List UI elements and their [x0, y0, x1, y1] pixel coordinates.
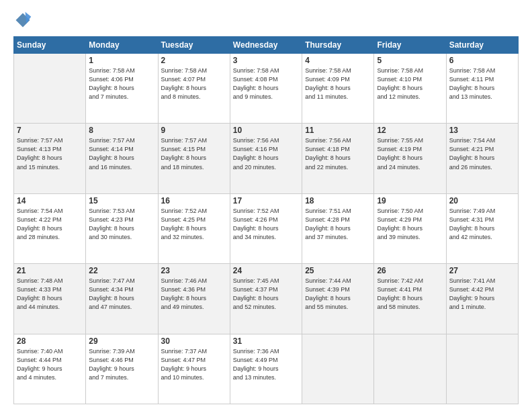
- col-header-monday: Monday: [86, 37, 158, 54]
- header: [13, 11, 519, 30]
- day-cell: [302, 334, 374, 404]
- day-info: Sunrise: 7:44 AM Sunset: 4:39 PM Dayligh…: [305, 277, 371, 312]
- day-cell: 17Sunrise: 7:52 AM Sunset: 4:26 PM Dayli…: [230, 193, 302, 263]
- day-number: 15: [89, 196, 154, 205]
- day-info: Sunrise: 7:46 AM Sunset: 4:36 PM Dayligh…: [161, 277, 227, 312]
- day-cell: 5Sunrise: 7:58 AM Sunset: 4:10 PM Daylig…: [374, 54, 446, 124]
- day-cell: 14Sunrise: 7:54 AM Sunset: 4:22 PM Dayli…: [14, 193, 86, 263]
- day-cell: 8Sunrise: 7:57 AM Sunset: 4:14 PM Daylig…: [86, 124, 158, 193]
- day-cell: 26Sunrise: 7:42 AM Sunset: 4:41 PM Dayli…: [374, 264, 446, 334]
- day-number: 27: [449, 266, 515, 275]
- day-number: 19: [377, 196, 443, 205]
- week-row-4: 21Sunrise: 7:48 AM Sunset: 4:33 PM Dayli…: [14, 264, 519, 334]
- day-info: Sunrise: 7:48 AM Sunset: 4:33 PM Dayligh…: [17, 277, 83, 312]
- day-number: 21: [17, 266, 83, 275]
- day-info: Sunrise: 7:56 AM Sunset: 4:16 PM Dayligh…: [233, 136, 299, 171]
- day-cell: 30Sunrise: 7:37 AM Sunset: 4:47 PM Dayli…: [158, 334, 230, 404]
- day-number: 13: [449, 126, 515, 135]
- day-cell: 9Sunrise: 7:57 AM Sunset: 4:15 PM Daylig…: [158, 124, 230, 193]
- day-number: 16: [161, 196, 227, 205]
- col-header-sunday: Sunday: [14, 37, 86, 54]
- day-cell: 3Sunrise: 7:58 AM Sunset: 4:08 PM Daylig…: [230, 54, 302, 124]
- week-row-1: 1Sunrise: 7:58 AM Sunset: 4:06 PM Daylig…: [14, 54, 519, 124]
- day-number: 6: [449, 56, 515, 65]
- day-cell: 29Sunrise: 7:39 AM Sunset: 4:46 PM Dayli…: [86, 334, 158, 404]
- day-info: Sunrise: 7:51 AM Sunset: 4:28 PM Dayligh…: [305, 207, 371, 242]
- day-info: Sunrise: 7:57 AM Sunset: 4:14 PM Dayligh…: [89, 136, 154, 171]
- day-cell: 12Sunrise: 7:55 AM Sunset: 4:19 PM Dayli…: [374, 124, 446, 193]
- day-info: Sunrise: 7:45 AM Sunset: 4:37 PM Dayligh…: [233, 277, 299, 312]
- day-cell: 10Sunrise: 7:56 AM Sunset: 4:16 PM Dayli…: [230, 124, 302, 193]
- col-header-thursday: Thursday: [302, 37, 374, 54]
- day-info: Sunrise: 7:47 AM Sunset: 4:34 PM Dayligh…: [89, 277, 154, 312]
- day-cell: [14, 54, 86, 124]
- day-number: 18: [305, 196, 371, 205]
- day-cell: 25Sunrise: 7:44 AM Sunset: 4:39 PM Dayli…: [302, 264, 374, 334]
- day-number: 29: [89, 336, 154, 346]
- day-number: 1: [89, 56, 154, 65]
- calendar-table: SundayMondayTuesdayWednesdayThursdayFrid…: [13, 36, 519, 404]
- day-number: 25: [305, 266, 371, 275]
- day-info: Sunrise: 7:41 AM Sunset: 4:42 PM Dayligh…: [449, 277, 515, 312]
- day-info: Sunrise: 7:54 AM Sunset: 4:21 PM Dayligh…: [449, 136, 515, 171]
- day-cell: 6Sunrise: 7:58 AM Sunset: 4:11 PM Daylig…: [446, 54, 518, 124]
- day-cell: 20Sunrise: 7:49 AM Sunset: 4:31 PM Dayli…: [446, 193, 518, 263]
- day-info: Sunrise: 7:58 AM Sunset: 4:10 PM Dayligh…: [377, 66, 443, 101]
- day-number: 31: [233, 336, 299, 346]
- day-cell: 7Sunrise: 7:57 AM Sunset: 4:13 PM Daylig…: [14, 124, 86, 193]
- day-cell: 13Sunrise: 7:54 AM Sunset: 4:21 PM Dayli…: [446, 124, 518, 193]
- day-number: 11: [305, 126, 371, 135]
- day-info: Sunrise: 7:53 AM Sunset: 4:23 PM Dayligh…: [89, 207, 154, 242]
- day-info: Sunrise: 7:52 AM Sunset: 4:25 PM Dayligh…: [161, 207, 227, 242]
- day-cell: 31Sunrise: 7:36 AM Sunset: 4:49 PM Dayli…: [230, 334, 302, 404]
- day-number: 14: [17, 196, 83, 205]
- col-header-wednesday: Wednesday: [230, 37, 302, 54]
- day-cell: [374, 334, 446, 404]
- day-info: Sunrise: 7:58 AM Sunset: 4:07 PM Dayligh…: [161, 66, 227, 101]
- day-cell: 18Sunrise: 7:51 AM Sunset: 4:28 PM Dayli…: [302, 193, 374, 263]
- day-number: 22: [89, 266, 154, 275]
- header-row: SundayMondayTuesdayWednesdayThursdayFrid…: [14, 37, 519, 54]
- day-info: Sunrise: 7:39 AM Sunset: 4:46 PM Dayligh…: [89, 347, 154, 382]
- day-cell: [446, 334, 518, 404]
- day-info: Sunrise: 7:37 AM Sunset: 4:47 PM Dayligh…: [161, 347, 227, 382]
- day-info: Sunrise: 7:56 AM Sunset: 4:18 PM Dayligh…: [305, 136, 371, 171]
- day-info: Sunrise: 7:36 AM Sunset: 4:49 PM Dayligh…: [233, 347, 299, 382]
- day-number: 30: [161, 336, 227, 346]
- day-number: 23: [161, 266, 227, 275]
- day-number: 17: [233, 196, 299, 205]
- day-cell: 27Sunrise: 7:41 AM Sunset: 4:42 PM Dayli…: [446, 264, 518, 334]
- day-number: 8: [89, 126, 154, 135]
- day-number: 12: [377, 126, 443, 135]
- day-info: Sunrise: 7:54 AM Sunset: 4:22 PM Dayligh…: [17, 207, 83, 242]
- day-number: 26: [377, 266, 443, 275]
- day-cell: 21Sunrise: 7:48 AM Sunset: 4:33 PM Dayli…: [14, 264, 86, 334]
- week-row-5: 28Sunrise: 7:40 AM Sunset: 4:44 PM Dayli…: [14, 334, 519, 404]
- day-cell: 11Sunrise: 7:56 AM Sunset: 4:18 PM Dayli…: [302, 124, 374, 193]
- day-number: 5: [377, 56, 443, 65]
- day-info: Sunrise: 7:57 AM Sunset: 4:15 PM Dayligh…: [161, 136, 227, 171]
- day-cell: 23Sunrise: 7:46 AM Sunset: 4:36 PM Dayli…: [158, 264, 230, 334]
- day-cell: 22Sunrise: 7:47 AM Sunset: 4:34 PM Dayli…: [86, 264, 158, 334]
- day-info: Sunrise: 7:52 AM Sunset: 4:26 PM Dayligh…: [233, 207, 299, 242]
- logo: [13, 11, 35, 30]
- day-number: 7: [17, 126, 83, 135]
- col-header-tuesday: Tuesday: [158, 37, 230, 54]
- day-number: 28: [17, 336, 83, 346]
- day-info: Sunrise: 7:42 AM Sunset: 4:41 PM Dayligh…: [377, 277, 443, 312]
- day-info: Sunrise: 7:55 AM Sunset: 4:19 PM Dayligh…: [377, 136, 443, 171]
- day-cell: 28Sunrise: 7:40 AM Sunset: 4:44 PM Dayli…: [14, 334, 86, 404]
- day-cell: 24Sunrise: 7:45 AM Sunset: 4:37 PM Dayli…: [230, 264, 302, 334]
- day-info: Sunrise: 7:58 AM Sunset: 4:06 PM Dayligh…: [89, 66, 154, 101]
- day-cell: 16Sunrise: 7:52 AM Sunset: 4:25 PM Dayli…: [158, 193, 230, 263]
- day-info: Sunrise: 7:50 AM Sunset: 4:29 PM Dayligh…: [377, 207, 443, 242]
- calendar-header: SundayMondayTuesdayWednesdayThursdayFrid…: [14, 37, 519, 54]
- calendar-body: 1Sunrise: 7:58 AM Sunset: 4:06 PM Daylig…: [14, 54, 519, 404]
- day-number: 20: [449, 196, 515, 205]
- week-row-3: 14Sunrise: 7:54 AM Sunset: 4:22 PM Dayli…: [14, 193, 519, 263]
- day-cell: 2Sunrise: 7:58 AM Sunset: 4:07 PM Daylig…: [158, 54, 230, 124]
- day-number: 10: [233, 126, 299, 135]
- day-info: Sunrise: 7:49 AM Sunset: 4:31 PM Dayligh…: [449, 207, 515, 242]
- day-info: Sunrise: 7:57 AM Sunset: 4:13 PM Dayligh…: [17, 136, 83, 171]
- day-number: 3: [233, 56, 299, 65]
